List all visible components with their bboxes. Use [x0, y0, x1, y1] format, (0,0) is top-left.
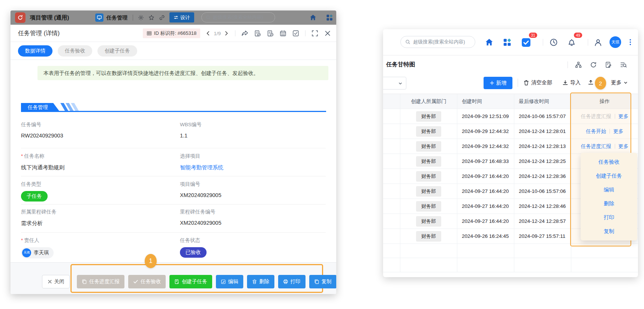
copy-icon	[314, 279, 319, 284]
task-detail-window: 项目管理 (通用) 任务管理 设计 超级搜索(搜索全站内容) 任	[10, 10, 336, 294]
tab-create-subtask[interactable]: 创建子任务	[97, 45, 137, 57]
link-icon[interactable]	[159, 15, 165, 21]
print-button[interactable]: 打印	[278, 275, 306, 288]
notification-count-badge: 49	[574, 32, 583, 38]
menu-item-edit[interactable]: 编辑	[581, 183, 637, 197]
copy-icon	[82, 279, 87, 284]
divider	[543, 39, 543, 46]
row-action-link[interactable]: 任务进度汇报	[581, 143, 611, 150]
todo-check-icon[interactable]	[522, 38, 530, 46]
divider	[21, 176, 326, 176]
create-subtask-button[interactable]: 创建子任务	[169, 275, 212, 288]
table-row: 财务部 2024-09-29 12:51:09 2024-10-06 15:57…	[383, 109, 638, 124]
chevron-down-icon	[398, 81, 403, 86]
design-button[interactable]: 设计	[169, 12, 194, 22]
apps-grid-icon[interactable]	[326, 14, 333, 21]
header-actions: 操作	[571, 94, 638, 109]
tab-data-detail[interactable]: 数据详情	[18, 45, 52, 57]
row-more-link[interactable]: 更多	[619, 113, 629, 120]
header-modified: 最后修改时间	[514, 94, 571, 109]
field-task-number: 任务编号 RW20240929003	[21, 121, 163, 139]
workflow-icon[interactable]	[575, 61, 582, 68]
menu-item-create-subtask[interactable]: 创建子任务	[581, 169, 637, 183]
check-icon	[133, 279, 138, 284]
close-button[interactable]: 关闭	[42, 275, 70, 288]
row-action-link[interactable]: 任务进度汇报	[581, 113, 611, 120]
dept-tag: 财务部	[416, 111, 441, 122]
avatar[interactable]: 天琪	[610, 36, 621, 48]
field-wbs-number: WBS编号 1.1	[180, 121, 322, 139]
copy-button[interactable]: 复制	[309, 275, 337, 288]
field-task-type: 任务类型 子任务	[21, 181, 163, 202]
export-button[interactable]	[588, 79, 594, 85]
divider	[21, 204, 326, 205]
dept-tag: 财务部	[416, 141, 441, 152]
app-logo-icon	[15, 12, 25, 23]
menu-item-print[interactable]: 打印	[581, 210, 637, 224]
edit-button[interactable]: 编辑	[216, 275, 243, 288]
doc-edit-icon[interactable]	[605, 61, 612, 68]
menu-item-delete[interactable]: 删除	[581, 197, 637, 210]
divider	[21, 232, 326, 233]
add-button[interactable]: 新增	[484, 77, 512, 89]
close-x-icon	[48, 279, 52, 284]
gear-icon[interactable]	[138, 15, 144, 21]
dept-tag: 财务部	[416, 186, 441, 197]
import-button[interactable]: 导入	[562, 79, 581, 86]
share-icon[interactable]	[241, 30, 248, 37]
task-acceptance-button[interactable]: 任务验收	[128, 275, 166, 288]
row-action-link[interactable]: 任务开始	[586, 128, 606, 135]
clear-all-button[interactable]: 清空全部	[523, 79, 552, 86]
star-icon[interactable]	[148, 15, 154, 21]
field-milestone-number: 里程碑任务编号 XM20240929005	[180, 209, 322, 226]
menu-item-copy[interactable]: 复制	[581, 224, 637, 238]
dept-tag: 财务部	[416, 201, 441, 212]
global-search-input[interactable]: 超级搜索(搜索全站内容)	[400, 36, 475, 48]
kebab-menu-icon[interactable]	[627, 39, 635, 47]
field-select-project: 选择项目 智能考勤管理系统	[180, 153, 322, 171]
task-progress-report-button[interactable]: 任务进度汇报	[77, 275, 124, 288]
home-icon[interactable]	[485, 38, 493, 46]
window-titlebar: 项目管理 (通用) 任务管理 设计 超级搜索(搜索全站内容)	[10, 10, 336, 25]
divider	[568, 61, 568, 68]
more-actions-dropdown: 任务验收 创建子任务 编辑 删除 打印 复制	[581, 153, 637, 240]
refresh-icon[interactable]	[590, 61, 597, 68]
filter-search-icon[interactable]	[620, 61, 627, 68]
doc-history-icon[interactable]	[267, 30, 274, 37]
clock-icon[interactable]	[550, 38, 558, 46]
delete-button[interactable]: 删除	[247, 275, 274, 288]
prev-record-icon[interactable]	[205, 31, 211, 36]
table-row-empty	[383, 244, 638, 258]
divider	[305, 30, 306, 36]
printer-icon	[283, 279, 288, 284]
todo-check-icon[interactable]	[292, 30, 299, 37]
next-record-icon[interactable]	[224, 31, 229, 36]
global-search-input[interactable]: 超级搜索(搜索全站内容)	[201, 12, 275, 22]
modal-footer: 关闭 任务进度汇报 任务验收 创建子任务 编辑 删除	[10, 262, 336, 294]
bell-icon[interactable]	[568, 38, 576, 46]
dept-tag: 财务部	[416, 231, 441, 242]
search-icon	[206, 15, 211, 20]
table-row: 财务部 2024-09-29 12:44:32 2024-12-24 12:28…	[383, 139, 638, 154]
field-task-status: 任务状态 已验收	[180, 237, 322, 258]
close-icon[interactable]	[324, 30, 331, 37]
apps-grid-icon[interactable]	[503, 38, 511, 46]
dept-tag: 财务部	[416, 156, 441, 167]
calendar-icon[interactable]	[280, 30, 286, 37]
fullscreen-icon[interactable]	[312, 30, 318, 37]
menu-task-management[interactable]: 任务管理	[106, 10, 127, 25]
info-banner: 本表用于任务的管理，可以在数据详情页快捷地进行任务进度汇报、创建子任务、发起验收…	[37, 66, 328, 80]
page-size-select[interactable]	[383, 77, 406, 90]
chevron-down-icon	[623, 81, 628, 85]
row-more-link[interactable]: 更多	[613, 128, 623, 135]
row-more-link[interactable]: 更多	[619, 143, 629, 150]
tab-task-acceptance[interactable]: 任务验收	[58, 45, 92, 57]
project-link[interactable]: 智能考勤管理系统	[180, 164, 322, 171]
user-icon[interactable]	[594, 38, 602, 46]
home-icon[interactable]	[310, 14, 316, 21]
menu-item-task-acceptance[interactable]: 任务验收	[581, 155, 637, 169]
monitor-icon	[95, 13, 103, 22]
more-button[interactable]: 更多	[611, 79, 628, 86]
doc-approve-icon[interactable]	[254, 30, 261, 37]
task-list-window: 超级搜索(搜索全站内容) 31 49 天琪 任务甘特图	[383, 29, 638, 277]
